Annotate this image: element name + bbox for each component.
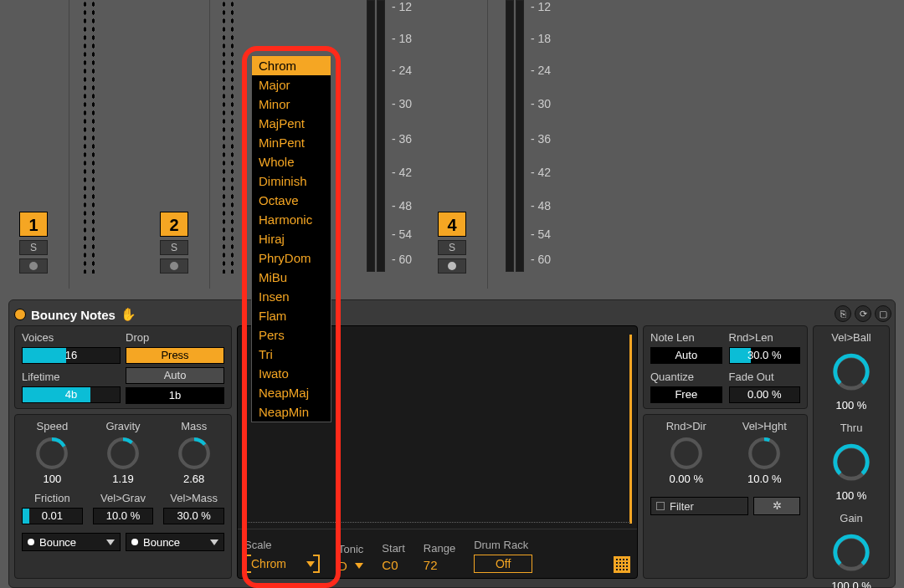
scale-option-harmonic[interactable]: Harmonic	[252, 210, 331, 229]
record-dot-icon	[29, 262, 38, 270]
scale-option-diminish[interactable]: Diminish	[252, 171, 331, 191]
svg-point-4	[750, 439, 778, 468]
gain-label: Gain	[840, 512, 862, 524]
scale-option-chrom[interactable]: Chrom	[252, 56, 331, 75]
drumrack-toggle[interactable]: Off	[474, 555, 532, 573]
scale-option-phrydom[interactable]: PhryDom	[252, 248, 331, 268]
fader-3[interactable]: 12 18 24 30 36 42 48 54 60	[358, 0, 434, 289]
solo-button-4[interactable]: S	[438, 240, 466, 255]
device-expand-icon[interactable]: ⎘	[835, 305, 851, 322]
scale-option-neapmaj[interactable]: NeapMaj	[252, 383, 331, 402]
scale-option-mibu[interactable]: MiBu	[252, 268, 331, 287]
velgrav-label: Vel>Grav	[93, 492, 154, 504]
track-strip-2: 2 S	[156, 0, 210, 289]
track-divider-dots-icon	[82, 0, 88, 274]
scale-option-octave[interactable]: Octave	[252, 191, 331, 210]
drop-label: Drop	[126, 331, 224, 344]
device-save-icon[interactable]: ▢	[875, 305, 891, 322]
chevron-down-icon	[106, 539, 115, 545]
device-header-buttons: ⎘ ⟳ ▢	[835, 305, 891, 322]
scale-option-neapmin[interactable]: NeapMin	[252, 402, 331, 422]
scale-option-whole[interactable]: Whole	[252, 152, 331, 171]
notelen-value[interactable]: Auto	[650, 347, 722, 364]
scale-option-iwato[interactable]: Iwato	[252, 364, 331, 383]
record-arm-4[interactable]	[438, 258, 466, 274]
scale-option-minor[interactable]: Minor	[252, 95, 331, 114]
device-refresh-icon[interactable]: ⟳	[855, 305, 871, 322]
thru-label: Thru	[840, 422, 863, 434]
scale-option-flam[interactable]: Flam	[252, 306, 331, 325]
fader-4[interactable]: 12 18 24 30 36 42 48 54 60	[497, 0, 573, 289]
friction-label: Friction	[22, 492, 83, 504]
velball-label: Vel>Ball	[831, 331, 871, 344]
drop-auto-button[interactable]: Auto	[126, 367, 224, 384]
velhght-value: 10.0 %	[729, 473, 801, 485]
gain-knob[interactable]	[831, 533, 871, 573]
mass-knob[interactable]	[177, 436, 212, 471]
filter-toggle[interactable]: Filter	[650, 497, 748, 515]
piano-grid-icon[interactable]	[614, 556, 630, 573]
scale-option-pers[interactable]: Pers	[252, 325, 331, 345]
position-bar-icon	[629, 335, 632, 524]
level-meter-r	[377, 0, 385, 272]
speed-knob[interactable]	[34, 436, 69, 471]
bounce-mode-b[interactable]: Bounce	[126, 533, 224, 551]
solo-button-1[interactable]: S	[19, 240, 48, 255]
led-icon	[28, 539, 34, 545]
velhght-knob[interactable]	[747, 436, 782, 471]
thru-value: 100 %	[836, 489, 867, 502]
thru-knob[interactable]	[831, 442, 871, 483]
star-button[interactable]: ✲	[753, 497, 800, 515]
scale-option-insen[interactable]: Insen	[252, 287, 331, 306]
velmass-value[interactable]: 30.0 %	[163, 508, 224, 524]
fade-value[interactable]: 0.00 %	[729, 386, 801, 403]
record-arm-2[interactable]	[160, 258, 188, 274]
gravity-label: Gravity	[93, 420, 154, 432]
gravity-knob[interactable]	[105, 436, 141, 471]
lifetime-label: Lifetime	[22, 371, 121, 383]
gain-value: 100.0 %	[831, 580, 871, 588]
level-meter-r	[516, 0, 524, 272]
velhght-label: Vel>Hght	[729, 420, 801, 432]
velmass-label: Vel>Mass	[163, 492, 224, 504]
bounce-mode-a[interactable]: Bounce	[22, 533, 121, 551]
track-number-2[interactable]: 2	[160, 212, 188, 237]
rndlen-value[interactable]: 30.0 %	[729, 347, 801, 364]
scale-option-majpent[interactable]: MajPent	[252, 114, 331, 133]
speed-value: 100	[22, 473, 83, 485]
quant-value[interactable]: Free	[650, 386, 722, 403]
record-dot-icon	[170, 262, 178, 270]
track-number-1[interactable]: 1	[19, 212, 48, 237]
device-bouncy-notes: Bouncy Notes ✋ ⎘ ⟳ ▢ Voices 16 Lifetime …	[8, 299, 896, 588]
track-strip-1: 1 S	[15, 0, 69, 289]
rnddir-knob[interactable]	[669, 436, 704, 471]
velgrav-value[interactable]: 10.0 %	[93, 508, 154, 524]
start-label: Start	[382, 542, 404, 555]
scale-dropdown-menu[interactable]: ChromMajorMinorMajPentMinPentWholeDimini…	[251, 55, 331, 422]
scale-option-tri[interactable]: Tri	[252, 345, 331, 364]
device-title: Bouncy Notes	[31, 308, 116, 322]
speed-label: Speed	[22, 420, 83, 432]
voices-value[interactable]: 16	[22, 347, 121, 364]
drop-1b-value[interactable]: 1b	[126, 387, 224, 404]
start-value[interactable]: C0	[382, 558, 398, 572]
track-number-4[interactable]: 4	[438, 212, 466, 237]
svg-point-3	[672, 439, 701, 468]
friction-value[interactable]: 0.01	[22, 508, 83, 524]
mass-value: 2.68	[163, 473, 224, 485]
scale-option-minpent[interactable]: MinPent	[252, 133, 331, 152]
db-scale: 12 18 24 30 36 42 48 54 60	[392, 0, 421, 272]
device-enable-led[interactable]	[14, 309, 26, 320]
drop-press-button[interactable]: Press	[126, 347, 224, 364]
lifetime-value[interactable]: 4b	[22, 386, 121, 403]
track-divider-dots-icon	[229, 0, 235, 274]
velball-knob[interactable]	[831, 352, 871, 392]
chevron-down-icon	[355, 563, 363, 569]
notelen-label: Note Len	[650, 331, 722, 344]
solo-button-2[interactable]: S	[160, 240, 188, 255]
record-arm-1[interactable]	[19, 258, 48, 274]
tonic-label: Tonic	[338, 543, 363, 555]
scale-option-hiraj[interactable]: Hiraj	[252, 229, 331, 248]
range-value[interactable]: 72	[424, 558, 438, 572]
scale-option-major[interactable]: Major	[252, 75, 331, 95]
